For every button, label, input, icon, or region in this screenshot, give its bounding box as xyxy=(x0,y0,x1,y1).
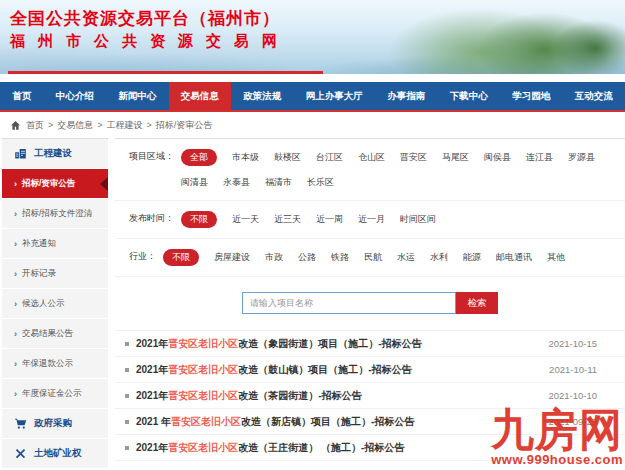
filter-option[interactable]: 公路 xyxy=(298,250,316,265)
main-nav: 首页中心介绍新闻中心交易信息政策法规网上办事大厅办事指南下载中心学习园地互动交流 xyxy=(0,82,625,112)
filter-option[interactable]: 水利 xyxy=(430,250,448,265)
nav-item[interactable]: 办事指南 xyxy=(375,82,438,110)
filter-option[interactable]: 永泰县 xyxy=(223,175,250,190)
list-item[interactable]: 2021年晋安区老旧小区改造（茶园街道）-招标公告2021-10-10 xyxy=(115,383,625,409)
sidebar-item[interactable]: ›年保退款公示 xyxy=(2,349,108,378)
sidebar: 工程建设›招标/资审公告›招标/招标文件澄清›补充通知›开标记录›候选人公示›交… xyxy=(2,138,108,468)
sidebar-item[interactable]: ›补充通知 xyxy=(2,229,108,258)
filter-option[interactable]: 罗源县 xyxy=(568,150,595,165)
filter-option[interactable]: 铁路 xyxy=(331,250,349,265)
sidebar-item[interactable]: 土地矿业权 xyxy=(2,439,108,468)
sidebar-item[interactable]: ›交易结果公告 xyxy=(2,319,108,348)
filter-option[interactable]: 能源 xyxy=(463,250,481,265)
sidebar-item[interactable]: ›招标/招标文件澄清 xyxy=(2,199,108,228)
title-prefix: 2021 年 xyxy=(136,416,171,427)
filter-option[interactable]: 水运 xyxy=(397,250,415,265)
filter-option[interactable]: 台江区 xyxy=(316,150,343,165)
filter-option[interactable]: 市本级 xyxy=(232,150,259,165)
filter-option[interactable]: 闽清县 xyxy=(181,175,208,190)
filter-option[interactable]: 仓山区 xyxy=(358,150,385,165)
filter-option[interactable]: 晋安区 xyxy=(400,150,427,165)
nav-item[interactable]: 中心介绍 xyxy=(44,82,107,110)
title-prefix: 2021年 xyxy=(136,442,168,453)
mining-icon xyxy=(14,447,27,460)
filter-option[interactable]: 闽侯县 xyxy=(484,150,511,165)
filter-option[interactable]: 市政 xyxy=(265,250,283,265)
main-area: 工程建设›招标/资审公告›招标/招标文件澄清›补充通知›开标记录›候选人公示›交… xyxy=(0,138,625,468)
sidebar-item-label: 年保退款公示 xyxy=(22,358,73,370)
breadcrumb-separator: > xyxy=(147,120,152,130)
chevron-right-icon: › xyxy=(14,209,17,219)
filter-option[interactable]: 近一月 xyxy=(358,212,385,227)
list-item[interactable]: 2021年晋安区老旧小区改造（象园街道）项目（施工）-招标公告2021-10-1… xyxy=(115,331,625,357)
filter-option[interactable]: 马尾区 xyxy=(442,150,469,165)
sidebar-item[interactable]: ›候选人公示 xyxy=(2,289,108,318)
banner-red-strip xyxy=(8,71,323,74)
chevron-right-icon: › xyxy=(14,389,17,399)
title-suffix: 改造（王庄街道） （施工）-招标公告 xyxy=(238,442,404,453)
sidebar-item[interactable]: ›年度保证金公示 xyxy=(2,379,108,408)
filter-option-active[interactable]: 不限 xyxy=(163,249,199,266)
site-title-line2: 福州市公共资源交易网 xyxy=(10,32,290,51)
breadcrumb-item[interactable]: 交易信息 xyxy=(57,119,93,132)
filter-option-active[interactable]: 全部 xyxy=(181,149,217,166)
nav-item[interactable]: 政策法规 xyxy=(231,82,294,110)
sidebar-item-label: 年度保证金公示 xyxy=(22,388,82,400)
sidebar-item-label: 招标/资审公告 xyxy=(22,178,75,190)
filter-option[interactable]: 其他 xyxy=(547,250,565,265)
bullet-icon xyxy=(125,446,129,450)
list-item[interactable]: 2021 年晋安区老旧小区改造（新店镇）项目（施工）-招标公告2021-09-2… xyxy=(115,409,625,435)
filter-option[interactable]: 近一周 xyxy=(316,212,343,227)
nav-item[interactable]: 网上办事大厅 xyxy=(294,82,376,110)
filter-label: 发布时间： xyxy=(129,211,174,226)
title-highlight: 晋安区老旧小区 xyxy=(168,364,238,375)
search-button[interactable]: 检索 xyxy=(456,292,498,314)
filter-panel: 项目区域：全部市本级鼓楼区台江区仓山区晋安区马尾区闽侯县连江县罗源县闽清县永泰县… xyxy=(115,139,625,277)
list-item[interactable]: 2021年晋安区老旧小区改造（王庄街道） （施工）-招标公告 xyxy=(115,435,625,461)
filter-option[interactable]: 民航 xyxy=(364,250,382,265)
nav-item[interactable]: 新闻中心 xyxy=(106,82,169,110)
sidebar-item[interactable]: 工程建设 xyxy=(2,139,108,168)
filter-option[interactable]: 邮电通讯 xyxy=(496,250,532,265)
filter-option[interactable]: 时间区间 xyxy=(400,212,436,227)
list-item[interactable]: 2021年晋安区老旧小区改造(岳峰镇)(施工)-招标公告2021-09-27 xyxy=(115,461,625,468)
title-highlight: 晋安区老旧小区 xyxy=(168,442,238,453)
sidebar-item[interactable]: ›开标记录 xyxy=(2,259,108,288)
breadcrumb-item[interactable]: 首页 xyxy=(26,119,44,132)
building-icon xyxy=(14,147,27,160)
nav-item[interactable]: 互动交流 xyxy=(563,82,625,110)
filter-option-active[interactable]: 不限 xyxy=(181,211,217,228)
filter-option[interactable]: 福清市 xyxy=(265,175,292,190)
home-icon xyxy=(10,120,21,131)
nav-item[interactable]: 下载中心 xyxy=(438,82,501,110)
sidebar-item[interactable]: 政府采购 xyxy=(2,409,108,438)
bullet-icon xyxy=(125,368,129,372)
nav-item-active[interactable]: 交易信息 xyxy=(169,82,232,110)
sidebar-item-label: 工程建设 xyxy=(34,147,72,160)
content-panel: 项目区域：全部市本级鼓楼区台江区仓山区晋安区马尾区闽侯县连江县罗源县闽清县永泰县… xyxy=(115,138,625,468)
title-prefix: 2021年 xyxy=(136,338,168,349)
title-suffix: 改造(岳峰镇)(施工)-招标公告 xyxy=(238,468,365,469)
filter-option[interactable]: 连江县 xyxy=(526,150,553,165)
filter-option[interactable]: 鼓楼区 xyxy=(274,150,301,165)
page: 全国公共资源交易平台（福州市） 福州市公共资源交易网 首页中心介绍新闻中心交易信… xyxy=(0,0,625,470)
breadcrumb-item[interactable]: 招标/资审公告 xyxy=(156,119,213,132)
search-input[interactable] xyxy=(242,292,456,314)
nav-item[interactable]: 学习园地 xyxy=(500,82,563,110)
sidebar-item[interactable]: ›招标/资审公告 xyxy=(2,169,108,198)
breadcrumb-item[interactable]: 工程建设 xyxy=(107,119,143,132)
site-banner: 全国公共资源交易平台（福州市） 福州市公共资源交易网 xyxy=(0,0,625,74)
filter-option[interactable]: 近一天 xyxy=(232,212,259,227)
chevron-right-icon: › xyxy=(14,269,17,279)
bullet-icon xyxy=(125,420,129,424)
list-item[interactable]: 2021年晋安区老旧小区改造（鼓山镇）项目（施工）-招标公告2021-10-11 xyxy=(115,357,625,383)
search-row: 检索 xyxy=(115,277,625,331)
title-highlight: 晋安区老旧小区 xyxy=(168,338,238,349)
filter-option[interactable]: 长乐区 xyxy=(307,175,334,190)
sidebar-item-label: 补充通知 xyxy=(22,238,56,250)
filter-option[interactable]: 房屋建设 xyxy=(214,250,250,265)
sidebar-item-label: 开标记录 xyxy=(22,268,56,280)
nav-item[interactable]: 首页 xyxy=(0,82,44,110)
filter-option[interactable]: 近三天 xyxy=(274,212,301,227)
title-suffix: 改造（象园街道）项目（施工）-招标公告 xyxy=(238,338,421,349)
